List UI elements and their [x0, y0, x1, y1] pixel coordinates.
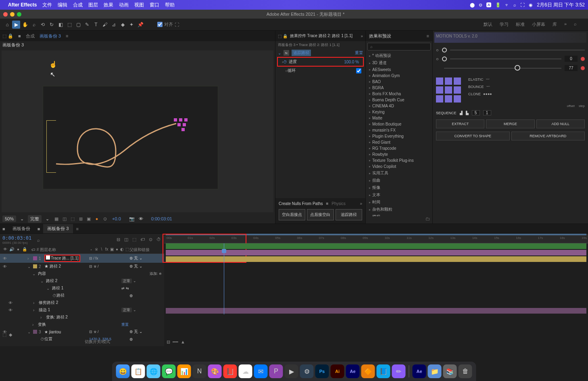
mt-slider2-track[interactable] — [450, 59, 561, 59]
path2-twirl-icon[interactable]: ⌄ — [40, 279, 46, 283]
app-name[interactable]: After Effects — [8, 2, 37, 8]
comp-tab[interactable]: 画板备份 3 — [2, 42, 24, 47]
mt-record1-icon[interactable] — [581, 57, 585, 61]
seq-offset-input[interactable] — [472, 110, 480, 115]
anchor-mr[interactable] — [454, 86, 461, 94]
ep-item-15[interactable]: RG Trapcode — [366, 145, 432, 151]
mt-val2[interactable]: 77 — [565, 65, 578, 71]
mt-slider3-track[interactable] — [444, 68, 561, 69]
ep-item-6[interactable]: Boris FX Mocha — [366, 91, 432, 97]
anchor-ml[interactable] — [436, 86, 443, 94]
ep-item-18[interactable]: Video Copilot — [366, 163, 432, 170]
anchor-bl[interactable] — [436, 95, 443, 103]
layer1-parent-pick-icon[interactable]: ⊚ — [129, 256, 133, 260]
anchor-handles[interactable] — [173, 118, 188, 132]
timeline-ruler[interactable]: :00s01s02s03s04s05s06s07s08s09s10s11s12s… — [164, 234, 588, 243]
dock-app-12[interactable]: ▶ — [285, 364, 298, 378]
minimize-button[interactable] — [10, 12, 15, 17]
physics-tab[interactable]: Physics — [332, 201, 345, 206]
search-icon[interactable]: ⌕ — [513, 2, 516, 7]
nulls-btn-1[interactable]: 空白后接点 — [279, 209, 305, 220]
add-button-icon[interactable]: ⊕ — [159, 272, 162, 276]
sw-collapse-icon[interactable]: ※ — [94, 247, 99, 253]
trim-vis-icon[interactable]: 👁 — [8, 301, 13, 305]
ep-item-12[interactable]: murasin's FX — [366, 127, 432, 133]
mt-radio-1[interactable]: ○ — [436, 48, 439, 52]
transformpath-label[interactable]: 变换: 路径 2 — [46, 314, 162, 320]
eraser-tool[interactable]: ◆ — [119, 21, 127, 29]
stroke-vis-icon[interactable]: 👁 — [8, 308, 13, 312]
ep-list[interactable]: * 动画预设3D 通道AESweetsAnimation GymBAOBGRAB… — [366, 52, 432, 216]
timeline-tab-1[interactable]: 画板备份 — [8, 224, 34, 233]
nulls-btn-3[interactable]: 追踪路径 — [336, 209, 362, 220]
work-area-bar[interactable] — [166, 234, 586, 235]
ep-new-folder-icon[interactable]: 🗀 — [424, 216, 431, 224]
menu-composition[interactable]: 合成 — [73, 2, 83, 8]
zoom-tool[interactable]: ⌕ — [30, 21, 38, 29]
dock-app-2[interactable]: 📋 — [131, 364, 145, 378]
stopwatch-icon[interactable]: ⏱ — [283, 60, 287, 64]
resolution[interactable]: 完整 — [28, 215, 42, 223]
dock-app-10[interactable]: ✉ — [254, 364, 268, 378]
current-time[interactable]: 0:00:03:01 — [2, 235, 31, 241]
layer1-color[interactable] — [33, 256, 37, 260]
col-label-icon[interactable]: 🏷 — [31, 247, 35, 252]
channel-icon[interactable]: ▣ — [85, 216, 92, 222]
tl-icon-5[interactable]: ⊙ — [147, 237, 154, 243]
col-lock-icon[interactable]: 🔒 — [22, 247, 27, 253]
anchor-mc[interactable] — [445, 86, 452, 94]
type-tool[interactable]: T — [92, 21, 100, 29]
ep-item-4[interactable]: BAO — [366, 79, 432, 85]
switch-mode-label[interactable]: 切换开关/模式 — [85, 339, 110, 345]
ep-item-9[interactable]: Keying — [366, 109, 432, 115]
ep-item-17[interactable]: Texture Toolkit Plug-ins — [366, 157, 432, 163]
resolution-dropdown-icon[interactable]: ⌄ — [46, 216, 49, 222]
comp-menu-icon[interactable]: ≡ — [66, 33, 68, 38]
elastic-label[interactable]: ELASTIC — [468, 77, 484, 82]
layer2-vis-icon[interactable]: 👁 — [2, 264, 7, 269]
layer3-color[interactable] — [33, 330, 37, 334]
anchor-bc[interactable] — [445, 95, 452, 103]
dock-app-5[interactable]: 📊 — [177, 364, 191, 378]
ep-item-13[interactable]: Plugin Everything — [366, 133, 432, 139]
menu-edit[interactable]: 编辑 — [58, 2, 67, 8]
preview-time[interactable]: 0:00:03:01 — [151, 216, 172, 221]
siri-icon[interactable]: ◉ — [529, 2, 533, 8]
workspace-search-icon[interactable]: ⌕ — [574, 18, 577, 31]
ep-item-16[interactable]: Rowbyte — [366, 151, 432, 157]
position-label[interactable]: 位置 — [44, 336, 89, 342]
mt-record2-icon[interactable] — [581, 66, 585, 70]
hand-tool[interactable]: ✋ — [21, 21, 29, 29]
tl-icon-3[interactable]: ⬚ — [131, 237, 138, 243]
workspace-small[interactable]: 小屏幕 — [532, 18, 545, 31]
anchor-tl[interactable] — [436, 77, 443, 85]
dock-app-3[interactable]: 🌐 — [147, 364, 161, 378]
ep-item-22[interactable]: 文本 — [366, 191, 432, 199]
panel-lock-icon[interactable]: ⬚ 🔒 — [2, 33, 13, 39]
ep-item-7[interactable]: Buena Depth Cue — [366, 97, 432, 103]
workspace-learn[interactable]: 学习 — [500, 18, 509, 31]
dock-finder[interactable]: 😀 — [116, 364, 130, 378]
dock-illustrator[interactable]: Ai — [331, 364, 344, 378]
layer3-name[interactable]: jiantou — [49, 330, 61, 334]
nulls-overflow-icon[interactable]: » — [360, 201, 362, 206]
trim-label[interactable]: 修剪路径 2 — [39, 300, 162, 306]
tl-footer-icon-1[interactable]: ⬚ — [2, 332, 6, 337]
mt-slider2-thumb[interactable] — [442, 57, 447, 61]
sw-shy-icon[interactable]: ⬩ — [89, 247, 94, 253]
tl-icon-4[interactable]: 🏷 — [139, 237, 146, 243]
tl-zoom-slider[interactable]: ━━ — [173, 339, 178, 345]
pen-tool[interactable]: ✎ — [83, 21, 91, 29]
layer2-parent-pick-icon[interactable]: ⊚ — [129, 264, 133, 268]
exposure[interactable]: +0.0 — [112, 216, 121, 221]
comp-breadcrumb[interactable]: 画板备份 3 — [40, 33, 61, 39]
path2-mode[interactable]: 正常 — [121, 278, 132, 283]
selection-tool[interactable]: ▶ — [12, 21, 20, 29]
layer1-name[interactable]: Trace 路... [1.1] — [51, 256, 79, 260]
snap-checkbox[interactable] — [157, 22, 163, 27]
current-time-indicator[interactable] — [224, 243, 224, 314]
record-icon[interactable]: ⬤ — [470, 2, 475, 8]
layer3-bar[interactable] — [166, 308, 586, 314]
convert-shape-button[interactable]: CONVERT TO SHAPE — [436, 132, 510, 140]
workspace-more-icon[interactable]: » — [564, 18, 567, 31]
